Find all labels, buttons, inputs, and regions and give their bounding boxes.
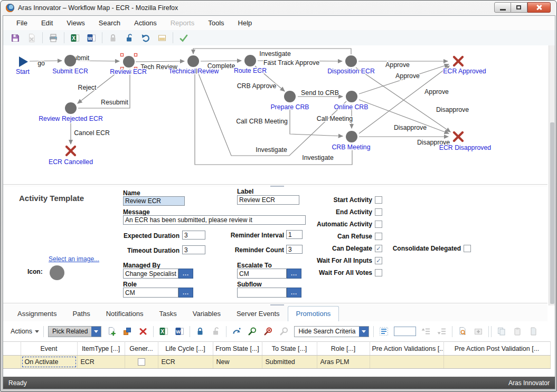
- managed-by-picker-button[interactable]: ...: [178, 269, 193, 279]
- itemtype-cell[interactable]: ECR: [77, 356, 125, 369]
- maximize-button[interactable]: [511, 2, 527, 13]
- select-image-link[interactable]: Select an image...: [49, 255, 99, 263]
- col-generated[interactable]: Gener...: [125, 342, 158, 356]
- tab-variables[interactable]: Variables: [185, 307, 229, 321]
- tab-assignments[interactable]: Assignments: [10, 307, 64, 321]
- tab-promotions[interactable]: Promotions: [288, 306, 339, 321]
- title-bar[interactable]: Aras Innovator – Workflow Map - ECR - Mo…: [1, 1, 556, 15]
- add-related-icon[interactable]: [121, 326, 133, 337]
- svg-text:go: go: [37, 60, 45, 67]
- activity-icon-preview[interactable]: [50, 265, 64, 280]
- svg-text:Call Meeting: Call Meeting: [317, 115, 353, 122]
- page-size-input[interactable]: [394, 327, 416, 336]
- col-life-cycle[interactable]: Life Cycle [...]: [158, 342, 213, 356]
- from-state-cell[interactable]: New: [213, 356, 262, 369]
- save-icon[interactable]: [10, 32, 21, 44]
- life-cycle-cell[interactable]: ECR: [158, 356, 213, 369]
- table-header-row: Event ItemType [...] Gener... Life Cycle…: [3, 342, 550, 356]
- row-selector-cell[interactable]: [3, 356, 21, 369]
- select-all-rows-icon[interactable]: [378, 326, 390, 337]
- tab-tasks[interactable]: Tasks: [151, 307, 184, 321]
- scrollbar-thumb[interactable]: [550, 122, 554, 304]
- selected-cell[interactable]: On Activate: [22, 357, 76, 367]
- name-input[interactable]: [123, 196, 185, 206]
- dropdown-button[interactable]: [91, 327, 101, 337]
- svg-text:Approve: Approve: [395, 72, 420, 80]
- unlock-icon[interactable]: [124, 32, 135, 44]
- menu-file[interactable]: File: [11, 17, 33, 29]
- actions-dropdown[interactable]: Actions: [11, 328, 39, 335]
- close-button[interactable]: [527, 2, 551, 13]
- expected-duration-input[interactable]: [182, 231, 205, 240]
- svg-text:Route ECR: Route ECR: [234, 67, 267, 74]
- menu-help[interactable]: Help: [232, 17, 258, 29]
- export-excel-icon[interactable]: X: [158, 326, 169, 337]
- managed-by-input[interactable]: [123, 269, 178, 279]
- col-to-state[interactable]: To State [...]: [262, 342, 317, 356]
- menu-edit[interactable]: Edit: [35, 17, 59, 29]
- subflow-input[interactable]: [237, 288, 287, 298]
- pre-action-post-validation-cell[interactable]: [443, 356, 550, 369]
- automatic-activity-label: Automatic Activity: [317, 221, 372, 228]
- svg-text:Approve: Approve: [385, 61, 410, 69]
- consolidate-delegated-checkbox[interactable]: [464, 245, 471, 252]
- workflow-canvas[interactable]: goSubmitTech ReviewRejectResubmitCancel …: [3, 45, 549, 184]
- event-cell[interactable]: On Activate: [21, 356, 77, 369]
- status-bar: Ready Aras Innovator: [3, 377, 555, 389]
- export-word-icon[interactable]: W: [86, 32, 97, 44]
- timeout-duration-input[interactable]: [182, 245, 205, 254]
- new-item-icon[interactable]: [106, 326, 117, 337]
- menu-search[interactable]: Search: [93, 17, 126, 29]
- col-pre-action-validations[interactable]: Pre Action Validations [...]: [370, 342, 443, 356]
- undo-icon[interactable]: [140, 32, 152, 44]
- escalate-to-input[interactable]: [237, 269, 287, 279]
- role-cell[interactable]: Aras PLM: [317, 356, 370, 369]
- col-pre-action-post-validation[interactable]: Pre Action Post Validation [...: [443, 342, 550, 356]
- print-icon[interactable]: [48, 32, 59, 44]
- minimize-button[interactable]: [494, 2, 511, 13]
- menu-tools[interactable]: Tools: [202, 17, 230, 29]
- view-document-icon[interactable]: [457, 326, 468, 337]
- col-from-state[interactable]: From State [...]: [213, 342, 262, 356]
- menu-actions[interactable]: Actions: [128, 17, 163, 29]
- dropdown-button[interactable]: [359, 327, 369, 337]
- pre-action-validations-cell[interactable]: [370, 356, 443, 369]
- role-input[interactable]: [123, 288, 178, 298]
- start-activity-checkbox[interactable]: [375, 196, 382, 204]
- apply-icon[interactable]: [178, 32, 190, 44]
- workflow-nodes[interactable]: StartSubmit ECRReview ECRTechnical Revie…: [16, 54, 491, 166]
- lock-icon[interactable]: [194, 326, 206, 337]
- col-event[interactable]: Event: [21, 342, 77, 356]
- end-activity-checkbox[interactable]: [375, 208, 382, 216]
- export-excel-icon[interactable]: X: [69, 32, 81, 44]
- message-input[interactable]: [123, 215, 306, 225]
- subflow-picker-button[interactable]: ...: [287, 288, 301, 298]
- clear-search-icon[interactable]: [262, 326, 274, 337]
- vertical-scrollbar[interactable]: [549, 45, 555, 305]
- window-title: Aras Innovator – Workflow Map - ECR - Mo…: [18, 4, 178, 12]
- to-state-cell[interactable]: Submitted: [262, 356, 317, 369]
- can-refuse-checkbox[interactable]: [375, 233, 382, 240]
- col-itemtype[interactable]: ItemType [...]: [77, 342, 125, 356]
- wait-for-all-inputs-checkbox[interactable]: ✓: [375, 257, 382, 264]
- run-search-icon[interactable]: [247, 326, 258, 337]
- wait-for-all-votes-checkbox[interactable]: [375, 269, 382, 276]
- svg-text:Resubmit: Resubmit: [101, 99, 129, 106]
- generated-checkbox[interactable]: [138, 358, 145, 366]
- menu-views[interactable]: Views: [61, 17, 90, 29]
- claim-icon[interactable]: [231, 326, 242, 337]
- tab-paths[interactable]: Paths: [64, 307, 98, 321]
- role-picker-button[interactable]: ...: [178, 288, 193, 298]
- tab-server-events[interactable]: Server Events: [229, 307, 288, 321]
- hide-search-criteria-dropdown[interactable]: Hide Search Criteria: [294, 326, 369, 337]
- tab-notifications[interactable]: Notifications: [98, 307, 152, 321]
- managed-by-label: Managed By: [123, 262, 161, 269]
- automatic-activity-checkbox[interactable]: [375, 221, 382, 228]
- table-row[interactable]: On Activate ECR ECR New Submitted Aras P…: [3, 356, 550, 369]
- pick-related-dropdown[interactable]: Pick Related: [48, 326, 101, 337]
- properties-icon[interactable]: [156, 32, 168, 44]
- export-word-icon[interactable]: W: [174, 326, 185, 337]
- delete-row-icon[interactable]: [137, 326, 149, 337]
- col-role[interactable]: Role [...]: [317, 342, 370, 356]
- generated-cell[interactable]: [125, 356, 158, 369]
